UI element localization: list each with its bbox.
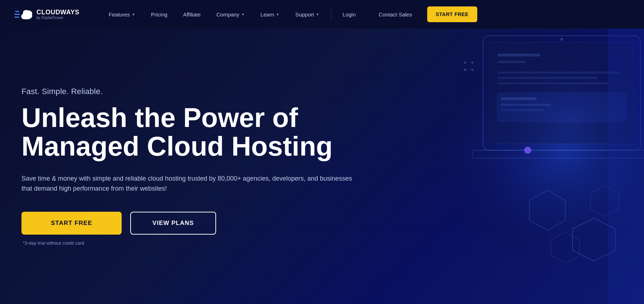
chevron-down-icon: ▼: [316, 13, 319, 16]
svg-rect-9: [483, 36, 640, 150]
chevron-down-icon: ▼: [276, 13, 279, 16]
hero-buttons: START FREE VIEW PLANS: [21, 212, 358, 235]
hero-title: Unleash the Power of Managed Cloud Hosti…: [21, 103, 336, 161]
logo-icon: [14, 6, 33, 22]
hero-decorative-graphics: [322, 29, 644, 304]
chevron-down-icon: ▼: [241, 13, 245, 16]
chevron-down-icon: ▼: [132, 13, 135, 16]
svg-marker-24: [590, 185, 619, 217]
nav-support[interactable]: Support ▼: [287, 0, 327, 29]
hero-start-free-button[interactable]: START FREE: [21, 212, 122, 235]
svg-rect-17: [497, 82, 608, 84]
navbar: CLOUDWAYS by DigitalOcean Features ▼ Pri…: [0, 0, 644, 29]
hero-view-plans-button[interactable]: VIEW PLANS: [130, 212, 216, 235]
svg-rect-31: [608, 29, 644, 304]
logo[interactable]: CLOUDWAYS by DigitalOcean: [14, 6, 79, 22]
svg-rect-21: [501, 109, 544, 111]
svg-point-26: [524, 147, 531, 154]
svg-point-6: [23, 10, 29, 16]
logo-text: CLOUDWAYS by DigitalOcean: [36, 9, 79, 20]
svg-marker-22: [572, 218, 615, 261]
svg-point-8: [501, 54, 644, 182]
svg-rect-11: [472, 150, 644, 158]
nav-login[interactable]: Login: [335, 0, 364, 29]
hero-section: Fast. Simple. Reliable. Unleash the Powe…: [0, 29, 644, 304]
nav-pricing[interactable]: Pricing: [143, 0, 175, 29]
nav-affiliate[interactable]: Affiliate: [175, 0, 209, 29]
svg-rect-14: [497, 61, 526, 63]
hero-description: Save time & money with simple and reliab…: [21, 173, 358, 194]
svg-point-29: [464, 69, 466, 71]
nav-links: Features ▼ Pricing Affiliate Company ▼ L…: [101, 0, 630, 29]
nav-company[interactable]: Company ▼: [209, 0, 253, 29]
nav-right: Login Contact Sales START FREE: [335, 0, 477, 29]
svg-rect-10: [489, 42, 634, 144]
trial-note: *3-day trial without credit card: [23, 240, 358, 246]
svg-rect-15: [497, 72, 619, 74]
hero-tagline: Fast. Simple. Reliable.: [21, 87, 358, 96]
svg-rect-16: [497, 77, 597, 79]
svg-point-28: [471, 62, 473, 64]
svg-marker-23: [530, 190, 565, 230]
nav-divider: [331, 9, 331, 19]
svg-rect-20: [501, 104, 551, 106]
svg-point-30: [471, 69, 473, 71]
nav-contact-sales[interactable]: Contact Sales: [371, 0, 420, 29]
svg-marker-25: [551, 232, 580, 263]
svg-rect-13: [497, 54, 540, 57]
nav-features[interactable]: Features ▼: [101, 0, 143, 29]
hero-content: Fast. Simple. Reliable. Unleash the Powe…: [0, 87, 358, 246]
svg-point-27: [464, 62, 466, 64]
svg-rect-19: [501, 97, 537, 100]
svg-point-7: [401, 50, 644, 279]
svg-point-12: [560, 38, 563, 41]
svg-rect-18: [497, 93, 626, 122]
nav-start-free-button[interactable]: START FREE: [427, 6, 477, 22]
nav-learn[interactable]: Learn ▼: [253, 0, 287, 29]
